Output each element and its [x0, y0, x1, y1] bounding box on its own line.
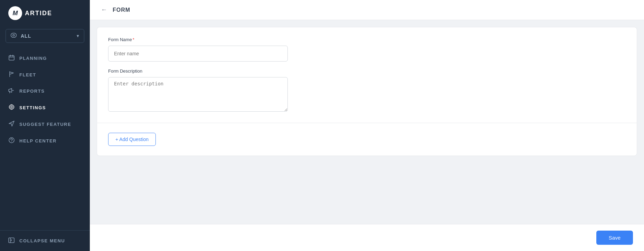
form-description-label: Form Description	[108, 68, 626, 74]
form-description-input[interactable]	[108, 77, 288, 112]
sidebar-item-reports-label: REPORTS	[19, 89, 45, 94]
calendar-icon	[8, 55, 15, 62]
eye-icon	[11, 33, 17, 39]
sidebar-item-fleet[interactable]: FLEET	[0, 66, 90, 83]
add-question-card: + Add Question	[97, 123, 637, 156]
required-star: *	[133, 37, 134, 42]
main-content: ← FORM Form Name* Form Description + Add…	[90, 0, 644, 251]
chevron-down-icon: ▾	[77, 34, 79, 38]
svg-point-0	[11, 33, 17, 38]
form-content: Form Name* Form Description + Add Questi…	[90, 20, 644, 224]
view-selector-label: ALL	[21, 33, 31, 39]
form-name-input[interactable]	[108, 46, 288, 62]
collapse-menu-button[interactable]: COLLAPSE MENU	[0, 230, 90, 251]
page-title: FORM	[113, 7, 130, 13]
logo-icon: M	[8, 6, 22, 20]
sidebar-item-fleet-label: FLEET	[19, 72, 36, 77]
footer-bar: Save	[90, 224, 644, 251]
collapse-icon	[8, 238, 15, 244]
collapse-menu-label: COLLAPSE MENU	[19, 238, 65, 243]
help-circle-icon	[8, 137, 15, 144]
back-button[interactable]: ←	[101, 6, 107, 13]
form-description-group: Form Description	[108, 68, 626, 113]
megaphone-icon	[8, 88, 15, 94]
sidebar-item-settings-label: SETTINGS	[19, 105, 46, 110]
topbar: ← FORM	[90, 0, 644, 20]
form-name-group: Form Name*	[108, 37, 626, 62]
sidebar-item-planning-label: PLANNING	[19, 56, 47, 61]
form-name-label: Form Name*	[108, 37, 626, 42]
form-fields-card: Form Name* Form Description	[97, 27, 637, 123]
svg-rect-2	[9, 56, 14, 60]
sidebar-item-planning[interactable]: PLANNING	[0, 50, 90, 66]
sidebar-item-suggest-label: SUGGEST FEATURE	[19, 122, 71, 127]
view-selector[interactable]: ALL ▾	[6, 29, 84, 43]
sidebar: M ARTIDE ALL ▾ PLANNING	[0, 0, 90, 251]
send-icon	[8, 121, 15, 128]
gear-icon	[8, 104, 15, 111]
nav-items: PLANNING FLEET REPORTS	[0, 48, 90, 230]
svg-point-10	[11, 141, 12, 142]
sidebar-item-help[interactable]: HELP CENTER	[0, 132, 90, 149]
logo-text: ARTIDE	[25, 10, 52, 17]
logo-area: M ARTIDE	[0, 0, 90, 26]
svg-point-8	[11, 106, 12, 108]
svg-point-1	[13, 35, 15, 36]
sidebar-item-settings[interactable]: SETTINGS	[0, 99, 90, 116]
add-question-button[interactable]: + Add Question	[108, 133, 156, 146]
sidebar-item-help-label: HELP CENTER	[19, 138, 57, 143]
save-button[interactable]: Save	[596, 231, 633, 245]
sidebar-item-reports[interactable]: REPORTS	[0, 83, 90, 99]
flag-icon	[8, 71, 15, 78]
sidebar-item-suggest[interactable]: SUGGEST FEATURE	[0, 116, 90, 132]
